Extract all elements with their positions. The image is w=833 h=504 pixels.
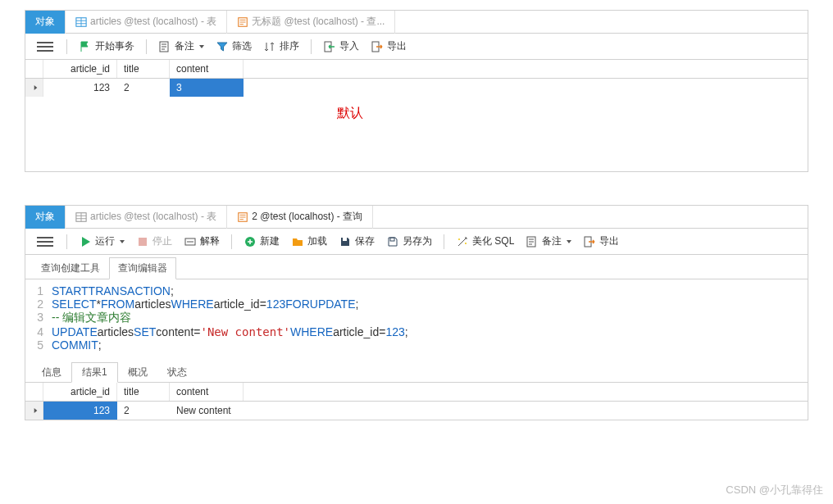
result-tab-result1[interactable]: 结果1 xyxy=(71,362,118,383)
notes-button[interactable]: 备注 xyxy=(155,38,207,55)
explain-icon xyxy=(184,235,197,248)
result-tabs: 信息 结果1 概况 状态 xyxy=(25,363,808,383)
current-row-icon xyxy=(34,408,38,413)
current-row-icon xyxy=(34,85,38,90)
query-toolbar: 运行 停止 解释 新建 加载 保存 另存为 美化 SQL xyxy=(25,229,808,255)
editor-subtabs: 查询创建工具 查询编辑器 xyxy=(25,258,808,279)
notes-icon xyxy=(158,40,171,53)
column-header-title[interactable]: title xyxy=(117,383,170,401)
tab-objects-2[interactable]: 对象 xyxy=(25,206,66,229)
table-toolbar: 开始事务 备注 筛选 排序 导入 导出 xyxy=(25,34,808,60)
result-tab-profile[interactable]: 概况 xyxy=(118,363,157,382)
grid-header: article_id title content xyxy=(25,60,808,79)
result-header: article_id title content xyxy=(25,383,808,402)
query-icon xyxy=(237,211,248,223)
tab-objects[interactable]: 对象 xyxy=(25,11,66,34)
column-header-content[interactable]: content xyxy=(170,60,244,78)
column-header-title[interactable]: title xyxy=(117,60,170,78)
tab-query-untitled[interactable]: 无标题 @test (localhost) - 查... xyxy=(227,11,395,34)
query-icon xyxy=(237,16,248,28)
tab-articles-table-2[interactable]: articles @test (localhost) - 表 xyxy=(66,206,227,229)
cell-content-selected[interactable]: 3 xyxy=(170,79,244,97)
flag-icon xyxy=(79,40,92,53)
menu-icon[interactable] xyxy=(37,237,53,247)
svg-rect-13 xyxy=(139,238,147,246)
query-editor-panel: 对象 articles @test (localhost) - 表 2 @tes… xyxy=(25,205,808,420)
column-header-article-id[interactable]: article_id xyxy=(43,383,117,401)
result-grid: article_id title content 123 2 New conte… xyxy=(25,383,808,420)
dropdown-icon xyxy=(199,45,204,48)
stop-button[interactable]: 停止 xyxy=(133,233,175,250)
annotation-default: 默认 xyxy=(337,105,808,122)
table-row[interactable]: 123 2 3 xyxy=(25,79,808,97)
result-tab-info[interactable]: 信息 xyxy=(32,363,71,382)
run-button[interactable]: 运行 xyxy=(75,233,128,250)
import-button[interactable]: 导入 xyxy=(320,38,362,55)
wand-icon xyxy=(456,235,469,248)
table-grid: article_id title content 123 2 3 xyxy=(25,60,808,97)
cell-article-id-selected[interactable]: 123 xyxy=(43,402,117,420)
svg-point-19 xyxy=(465,243,467,244)
begin-transaction-button[interactable]: 开始事务 xyxy=(75,38,138,55)
play-icon xyxy=(79,235,92,248)
save-button[interactable]: 保存 xyxy=(335,233,378,250)
column-header-article-id[interactable]: article_id xyxy=(43,60,117,78)
svg-rect-17 xyxy=(390,238,394,241)
saveas-icon xyxy=(386,235,399,248)
cell-content[interactable]: New content xyxy=(170,402,244,420)
table-viewer-panel: 对象 articles @test (localhost) - 表 无标题 @t… xyxy=(25,10,808,172)
import-icon xyxy=(323,40,336,53)
export-button-2[interactable]: 导出 xyxy=(580,233,622,250)
export-button[interactable]: 导出 xyxy=(367,38,410,55)
stop-icon xyxy=(136,235,149,248)
new-icon xyxy=(244,235,257,248)
sort-button[interactable]: 排序 xyxy=(260,38,303,55)
table-icon xyxy=(75,211,87,223)
saveas-button[interactable]: 另存为 xyxy=(383,233,435,250)
menu-icon[interactable] xyxy=(37,42,53,52)
tab-query-2[interactable]: 2 @test (localhost) - 查询 xyxy=(227,206,373,229)
notes-button-2[interactable]: 备注 xyxy=(522,233,575,250)
sort-icon xyxy=(263,40,276,53)
row-indicator xyxy=(25,402,43,420)
subtab-editor[interactable]: 查询编辑器 xyxy=(109,257,176,279)
filter-button[interactable]: 筛选 xyxy=(212,38,255,55)
notes-icon xyxy=(526,235,539,248)
tab-articles-table[interactable]: articles @test (localhost) - 表 xyxy=(66,11,227,34)
save-icon xyxy=(339,235,352,248)
dropdown-icon xyxy=(567,240,571,243)
column-header-content[interactable]: content xyxy=(170,383,244,401)
new-button[interactable]: 新建 xyxy=(240,233,283,250)
table-icon xyxy=(75,16,87,28)
table-row[interactable]: 123 2 New content xyxy=(25,402,808,420)
result-tab-status[interactable]: 状态 xyxy=(157,363,197,382)
sql-editor[interactable]: 1START TRANSACTION; 2SELECT * FROM artic… xyxy=(25,279,808,356)
folder-icon xyxy=(291,235,304,248)
dropdown-icon xyxy=(120,240,125,243)
svg-rect-16 xyxy=(343,238,347,241)
funnel-icon xyxy=(216,40,229,53)
row-indicator xyxy=(25,79,43,97)
tab-strip-2: 对象 articles @test (localhost) - 表 2 @tes… xyxy=(25,206,808,229)
cell-article-id[interactable]: 123 xyxy=(43,79,117,97)
cell-title[interactable]: 2 xyxy=(117,402,170,420)
svg-point-18 xyxy=(458,238,460,240)
beautify-button[interactable]: 美化 SQL xyxy=(453,233,517,250)
cell-title[interactable]: 2 xyxy=(117,79,170,97)
load-button[interactable]: 加载 xyxy=(288,233,330,250)
explain-button[interactable]: 解释 xyxy=(180,233,223,250)
export-icon xyxy=(371,40,384,53)
tab-strip: 对象 articles @test (localhost) - 表 无标题 @t… xyxy=(25,11,808,34)
export-icon xyxy=(583,235,596,248)
subtab-builder[interactable]: 查询创建工具 xyxy=(32,257,109,279)
